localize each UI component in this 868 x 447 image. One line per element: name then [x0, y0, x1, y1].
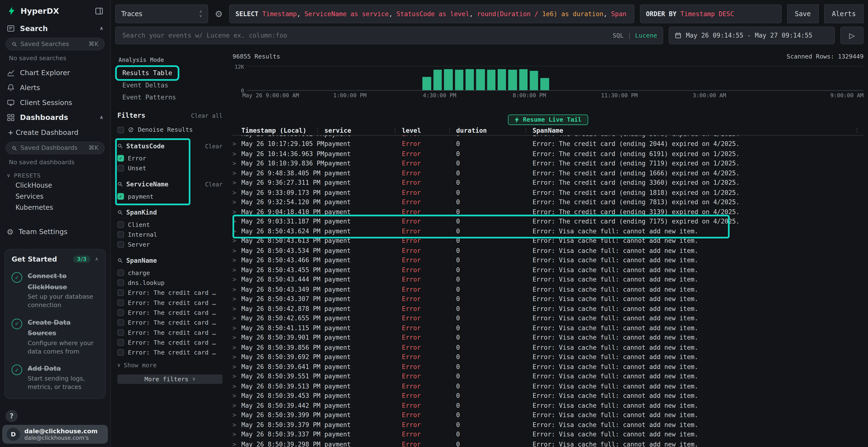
filter-option-error-the-credit-card[interactable]: Error: The credit card … [117, 308, 225, 317]
user-menu[interactable]: D dale@clickhouse.com dale@clickhouse.co… [2, 425, 108, 444]
sql-mode-button[interactable]: SQL [613, 32, 624, 39]
table-row[interactable]: >May 26 8:50:43.444 PMpaymentError0Error… [232, 275, 863, 285]
histogram-bar[interactable] [444, 69, 453, 90]
sql-column-editor[interactable]: SELECT Timestamp, ServiceName as service… [229, 4, 634, 23]
table-row[interactable]: >May 26 9:33:09.173 PMpaymentError0Error… [232, 188, 863, 198]
row-expand-chevron[interactable]: > [232, 247, 241, 254]
checkbox[interactable] [117, 241, 124, 248]
table-row[interactable]: >May 26 8:50:42.878 PMpaymentError0Error… [232, 304, 863, 314]
sidebar-item-search[interactable]: Search ∧ [0, 21, 110, 36]
table-row[interactable]: >May 26 8:50:43.307 PMpaymentError0Error… [232, 294, 863, 304]
column-resize-handle[interactable]: ⋮ [523, 127, 533, 133]
save-button[interactable]: Save [787, 4, 818, 23]
checkbox[interactable] [117, 127, 124, 133]
row-expand-chevron[interactable]: > [232, 441, 241, 447]
row-expand-chevron[interactable]: > [232, 286, 241, 293]
column-header-timestamp-local[interactable]: Timestamp (Local)⋮ [241, 127, 324, 134]
row-expand-chevron[interactable]: > [232, 150, 241, 158]
filter-option-charge[interactable]: charge [117, 268, 225, 278]
table-row[interactable]: >May 26 9:48:38.405 PMpaymentError0Error… [232, 168, 863, 178]
row-expand-chevron[interactable]: > [232, 296, 241, 303]
histogram-bar[interactable] [540, 78, 549, 90]
histogram-bar[interactable] [487, 70, 495, 90]
row-expand-chevron[interactable]: > [232, 267, 241, 274]
row-expand-chevron[interactable]: > [232, 136, 241, 138]
row-expand-chevron[interactable]: > [232, 421, 241, 429]
saved-searches-input[interactable]: Saved Searches ⌘K [5, 38, 105, 50]
filter-option-error-the-credit-card[interactable]: Error: The credit card … [117, 328, 225, 337]
filter-option-payment[interactable]: ✓payment [117, 192, 225, 201]
table-row[interactable]: >May 26 9:04:18.410 PMpaymentError0Error… [232, 207, 863, 217]
row-expand-chevron[interactable]: > [232, 170, 241, 177]
date-range-picker[interactable]: May 26 09:14:55 - May 27 09:14:55 [669, 27, 835, 44]
filter-option-error-the-credit-card[interactable]: Error: The credit card … [117, 287, 225, 298]
table-row[interactable]: >May 26 10:18:53.962 PMpaymentError0Erro… [232, 136, 863, 139]
checkbox[interactable] [117, 319, 124, 326]
source-settings-gear-icon[interactable]: ⚙ [214, 4, 224, 23]
checkbox[interactable]: ✓ [117, 193, 124, 200]
table-row[interactable]: >May 26 8:50:39.399 PMpaymentError0Error… [232, 410, 863, 420]
histogram-bar[interactable] [498, 69, 506, 90]
row-expand-chevron[interactable]: > [232, 315, 241, 322]
clear-filter-button[interactable]: Clear [205, 181, 225, 187]
sidebar-item-chart-explorer[interactable]: Chart Explorer [0, 65, 110, 80]
row-expand-chevron[interactable]: > [232, 276, 241, 283]
filter-option-internal[interactable]: Internal [117, 230, 225, 239]
table-row[interactable]: >May 26 8:50:39.692 PMpaymentError0Error… [232, 352, 863, 362]
filter-option-error-the-credit-card[interactable]: Error: The credit card … [117, 298, 225, 308]
row-expand-chevron[interactable]: > [232, 412, 241, 419]
checkbox[interactable] [117, 221, 124, 228]
table-row[interactable]: >May 26 8:50:39.551 PMpaymentError0Error… [232, 372, 863, 381]
saved-dashboards-input[interactable]: Saved Dashboards ⌘K [5, 142, 105, 154]
table-row[interactable]: >May 26 9:36:27.311 PMpaymentError0Error… [232, 178, 863, 188]
help-button[interactable]: ? [5, 410, 18, 422]
search-input[interactable] [121, 31, 608, 40]
checkbox[interactable] [117, 231, 124, 238]
column-header-duration[interactable]: duration⋮ [456, 127, 533, 134]
column-resize-handle[interactable]: ⋮ [315, 127, 324, 133]
filter-option-error-the-credit-card[interactable]: Error: The credit card … [117, 347, 225, 357]
create-dashboard-button[interactable]: + Create Dashboard [0, 125, 110, 140]
filter-option-unset[interactable]: Unset [117, 163, 225, 173]
resume-live-tail-button[interactable]: Resume Live Tail [508, 114, 588, 125]
more-filters-button[interactable]: More filters ∨ [117, 375, 222, 384]
table-row[interactable]: >May 26 8:50:39.337 PMpaymentError0Error… [232, 430, 863, 440]
checkbox[interactable] [117, 339, 124, 346]
checkbox[interactable]: ✓ [117, 155, 124, 162]
table-row[interactable]: >May 26 8:50:43.455 PMpaymentError0Error… [232, 265, 863, 275]
row-expand-chevron[interactable]: > [232, 383, 241, 390]
row-expand-chevron[interactable]: > [232, 373, 241, 380]
checkbox[interactable] [117, 309, 124, 316]
table-row[interactable]: >May 26 10:17:29.105 PMpaymentError0Erro… [232, 139, 863, 149]
filter-option-error[interactable]: ✓Error [117, 153, 225, 163]
table-row[interactable]: >May 26 8:50:43.466 PMpaymentError0Error… [232, 255, 863, 265]
row-expand-chevron[interactable]: > [232, 344, 241, 351]
alerts-button[interactable]: Alerts [824, 4, 864, 23]
table-row[interactable]: >May 26 8:50:39.856 PMpaymentError0Error… [232, 343, 863, 352]
row-expand-chevron[interactable]: > [232, 141, 241, 148]
row-expand-chevron[interactable]: > [232, 218, 241, 226]
table-row[interactable]: >May 26 9:03:31.187 PMpaymentError0Error… [232, 217, 863, 227]
show-more-button[interactable]: ∨ Show more [117, 362, 225, 369]
histogram-bar[interactable] [530, 71, 538, 90]
row-expand-chevron[interactable]: > [232, 325, 241, 332]
table-row[interactable]: >May 26 8:50:41.115 PMpaymentError0Error… [232, 323, 863, 333]
column-resize-handle[interactable]: ⋮ [393, 127, 402, 133]
sidebar-item-team-settings[interactable]: ⚙ Team Settings [0, 224, 110, 239]
checkbox[interactable] [117, 329, 124, 336]
histogram-bar[interactable] [476, 69, 485, 90]
get-started-item[interactable]: ✓ Create Data Sources Configure where yo… [11, 316, 98, 356]
row-expand-chevron[interactable]: > [232, 392, 241, 400]
row-expand-chevron[interactable]: > [232, 179, 241, 187]
chevron-up-icon[interactable]: ∧ [100, 115, 104, 120]
sidebar-item-dashboards[interactable]: Dashboards ∧ [0, 110, 110, 125]
checkbox[interactable] [117, 165, 124, 172]
column-header-level[interactable]: level⋮ [402, 127, 456, 134]
sidebar-item-services[interactable]: Services [0, 191, 110, 202]
table-row[interactable]: >May 26 8:50:43.624 PMpaymentError0Error… [232, 227, 863, 236]
table-row[interactable]: >May 26 8:50:39.298 PMpaymentError0Error… [232, 440, 863, 447]
histogram-plot[interactable] [247, 66, 864, 91]
histogram-bar[interactable] [423, 77, 431, 90]
checkbox[interactable] [117, 299, 124, 306]
get-started-item[interactable]: ✓ Connect to ClickHouse Set up your data… [11, 270, 98, 310]
